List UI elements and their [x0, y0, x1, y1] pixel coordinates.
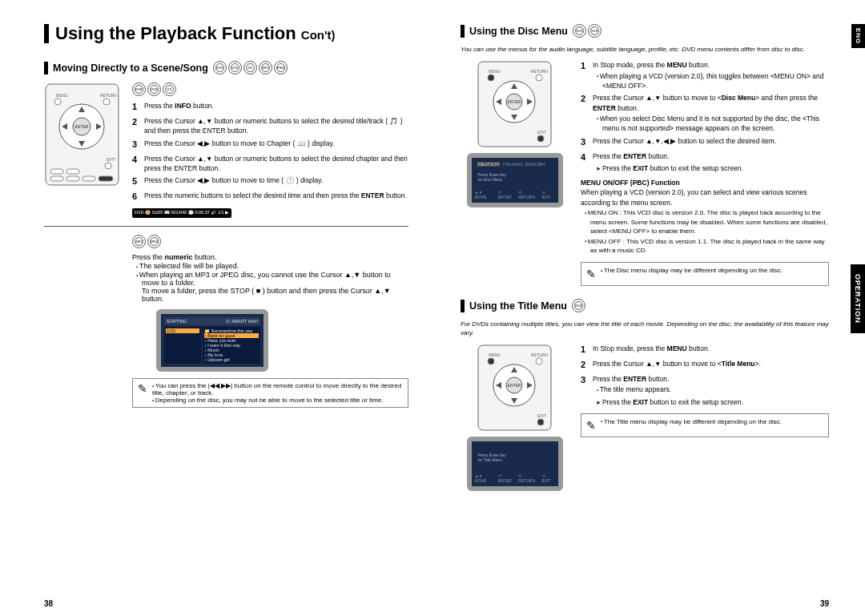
pbc-heading: MENU ON/OFF (PBC) Function [581, 178, 829, 187]
dvd-icon: DVD [213, 61, 227, 74]
svg-text:RETURN: RETURN [531, 352, 548, 357]
pbc-off: MENU OFF : This VCD disc is version 1.1.… [581, 237, 829, 256]
step-text: Press the ENTER button. [593, 375, 669, 383]
svg-text:EXIT: EXIT [537, 413, 546, 418]
page-left: Using the Playback Function Con't) Movin… [0, 0, 432, 616]
sub-bullet: When you select Disc Menu and it is not … [593, 114, 829, 134]
step-list-a: 1Press the INFO button. 2Press the Curso… [132, 101, 408, 203]
section-heading-scene: Moving Directly to a Scene/Song DVD VCD … [44, 61, 408, 74]
osd-info-strip: DVD 📀 01/05 📖 001/040 🕐 0:00:37 🔊 1/1 ▶ [132, 208, 231, 218]
svg-point-10 [54, 99, 61, 105]
pencil-icon: ✎ [138, 382, 147, 404]
section-note: For DVDs containing multiple titles, you… [461, 320, 829, 337]
tip-item: The Disc menu display may be different d… [601, 266, 783, 276]
step-text: Press the Cursor ▲,▼ button or numeric b… [144, 116, 408, 136]
step-text: Press the Cursor ◀,▶ button to move to t… [144, 175, 323, 188]
cd-icon: CD [243, 61, 257, 74]
tip-item: You can press the |◀◀,▶▶| button on the … [152, 382, 403, 397]
vcd-icon: VCD [228, 61, 242, 74]
step-text: In Stop mode, press the MENU button. [593, 344, 710, 356]
page-number: 39 [820, 599, 829, 608]
svg-rect-14 [50, 169, 63, 174]
svg-point-44 [488, 358, 494, 364]
format-icons-sub-b: MP3 JPEG [132, 235, 408, 248]
tip-note: ✎ The Title menu display may be differen… [581, 413, 829, 437]
section-title: Using the Disc Menu [469, 26, 568, 37]
pencil-icon: ✎ [586, 266, 596, 282]
svg-text:EXIT: EXIT [537, 130, 546, 135]
svg-text:ENTER: ENTER [508, 383, 521, 388]
tip-item: The Title menu display may be different … [601, 417, 782, 427]
dvd-icon: DVD [572, 299, 585, 312]
step-text: Press the INFO button. [144, 101, 214, 114]
screen-illustration-mp3: SORTING⊙ SMART NAVI 1/10 📁 Summertime th… [156, 309, 268, 372]
svg-rect-19 [99, 176, 113, 181]
exit-line: Press the EXIT button to exit the setup … [593, 397, 743, 407]
dvd-icon: DVD [573, 24, 586, 38]
svg-point-33 [537, 135, 544, 142]
tip-note: ✎ You can press the |◀◀,▶▶| button on th… [132, 378, 408, 408]
sub-bullet: When playing a VCD (version 2.0), this t… [593, 71, 829, 91]
svg-point-13 [105, 163, 111, 169]
sub-line: To move a folder, press the STOP ( ■ ) b… [132, 287, 408, 303]
page-number: 38 [44, 599, 53, 608]
svg-point-47 [537, 419, 544, 425]
svg-text:ENTER: ENTER [75, 124, 89, 129]
svg-rect-17 [66, 176, 79, 181]
svg-text:MENU: MENU [489, 352, 501, 357]
step-text: Press the Cursor ▲,▼ button or numeric b… [144, 154, 408, 174]
format-icons-row: DVD VCD CD MP3 JPEG [213, 61, 288, 74]
vcd-icon: VCD [588, 24, 601, 38]
svg-rect-15 [66, 169, 79, 174]
step-text: Press the numeric buttons to select the … [144, 191, 407, 203]
bullet: When playing an MP3 or JPEG disc, you ca… [132, 271, 408, 287]
remote-illustration: ENTER MENU RETURN EXIT [477, 344, 553, 432]
section-heading-title-menu: Using the Title Menu DVD [461, 299, 829, 312]
svg-text:RETURN: RETURN [531, 69, 548, 74]
section-title: Using the Title Menu [469, 300, 567, 312]
tip-note: ✎ The Disc menu display may be different… [581, 262, 829, 286]
svg-text:MENU: MENU [56, 93, 68, 98]
tip-item: Depending on the disc, you may not be ab… [152, 397, 403, 404]
main-title-suffix: Con't) [301, 28, 336, 42]
section-heading-disc-menu: Using the Disc Menu DVD VCD [461, 24, 829, 38]
step-list-disc-menu: 1In Stop mode, press the MENU button. Wh… [581, 60, 829, 173]
format-icons-sub: DVD VCD CD [132, 83, 408, 96]
svg-text:ENTER: ENTER [508, 99, 521, 104]
svg-text:MENU: MENU [489, 69, 501, 74]
page-right: ENG OPERATION Using the Disc Menu DVD VC… [432, 0, 865, 616]
pbc-on: MENU ON : This VCD disc is version 2.0. … [581, 208, 829, 236]
jpeg-icon: JPEG [274, 61, 288, 74]
svg-point-45 [536, 358, 542, 364]
section-note: You can use the menus for the audio lang… [461, 46, 829, 54]
svg-point-11 [103, 99, 110, 105]
svg-rect-18 [82, 176, 95, 181]
page-title: Using the Playback Function Con't) [44, 24, 408, 43]
bullet: The selected file will be played. [132, 262, 408, 270]
section-tab: OPERATION [851, 264, 865, 333]
pbc-body: When playing a VCD (version 2.0), you ca… [581, 187, 829, 207]
step-list-title-menu: 1In Stop mode, press the MENU button. 2P… [581, 344, 829, 407]
svg-text:EXIT: EXIT [107, 157, 115, 162]
svg-text:RETURN: RETURN [100, 93, 117, 98]
pencil-icon: ✎ [586, 417, 596, 433]
step-text: Press the Cursor ▲,▼,◀,▶ button to selec… [593, 136, 776, 149]
svg-point-31 [536, 74, 542, 81]
remote-illustration: ENTER MENU RETURN EXIT [44, 83, 120, 187]
remote-illustration: ENTER MENU RETURN EXIT [477, 60, 553, 148]
step-text: In Stop mode, press the MENU button. [593, 61, 710, 69]
mp3-icon: MP3 [259, 61, 272, 74]
main-title-text: Using the Playback Function [55, 23, 296, 43]
step-text: Press the ENTER button. [593, 152, 669, 160]
section-title: Moving Directly to a Scene/Song [53, 62, 208, 74]
step-text: Press the Cursor ▲,▼ button to move to <… [593, 94, 818, 111]
language-tab: ENG [851, 24, 865, 48]
screen-illustration-title-menu: Press Enter key for Title Menu ▲▼ MOVE⏎ … [467, 437, 563, 491]
step-text: Press the Cursor ◀,▶ button to move to C… [144, 139, 334, 151]
instruction-line: Press the numeric button. [132, 253, 408, 261]
svg-point-30 [488, 74, 494, 81]
sub-bullet: The title menu appears. [593, 384, 743, 394]
step-text: Press the Cursor ▲,▼ button to move to <… [593, 359, 761, 372]
screen-illustration-disc-menu: DEUTSCH ITALIANO ENGLISH Press Enter key… [467, 153, 563, 207]
svg-rect-16 [50, 176, 63, 181]
